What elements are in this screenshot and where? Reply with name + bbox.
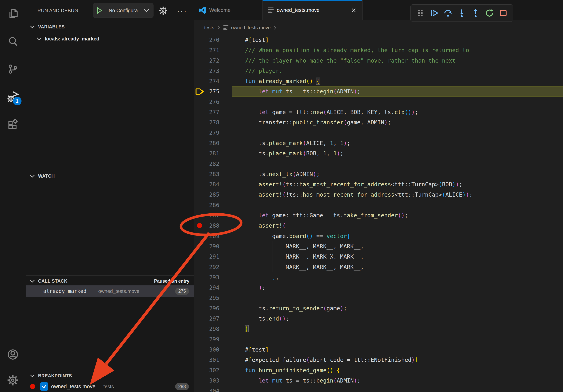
gutter-decoration[interactable] bbox=[194, 107, 205, 117]
code-line[interactable]: 286 bbox=[194, 200, 563, 210]
code-line-text[interactable]: MARK__, MARK__, MARK__, bbox=[232, 262, 563, 272]
code-line[interactable]: 290 MARK__, MARK__, MARK__, bbox=[194, 241, 563, 251]
code-line[interactable]: 302fun burn_unfinished_game() { bbox=[194, 365, 563, 375]
step-out-icon[interactable] bbox=[471, 8, 481, 18]
gutter[interactable]: 285 bbox=[194, 189, 232, 200]
code-line[interactable]: 291 MARK__, MARK_X, MARK__, bbox=[194, 251, 563, 262]
code-line-current[interactable]: 275 let mut ts = ts::begin(ADMIN); bbox=[194, 86, 563, 96]
gutter-current-frame-icon[interactable] bbox=[194, 86, 205, 96]
breakpoints-section-header[interactable]: BREAKPOINTS bbox=[26, 371, 194, 381]
call-stack-frame-row[interactable]: already_marked owned_tests.move 275 bbox=[26, 285, 194, 297]
gutter[interactable]: 296 bbox=[194, 303, 232, 314]
gutter-decoration[interactable] bbox=[194, 365, 205, 375]
account-icon[interactable] bbox=[0, 341, 26, 368]
code-line[interactable]: 288 assert!( bbox=[194, 221, 563, 231]
debug-settings-gear-icon[interactable] bbox=[157, 4, 169, 17]
gutter[interactable]: 271 bbox=[194, 45, 232, 55]
extensions-icon[interactable] bbox=[0, 111, 26, 138]
gutter-decoration[interactable] bbox=[194, 375, 205, 386]
code-line[interactable]: 281 ts.place_mark(BOB, 1, 1); bbox=[194, 148, 563, 158]
variables-scope-locals[interactable]: locals: already_marked bbox=[26, 33, 194, 44]
gutter[interactable]: 304 bbox=[194, 386, 232, 392]
settings-gear-icon[interactable] bbox=[0, 368, 26, 392]
call-stack-section-header[interactable]: CALL STACK Paused on entry bbox=[26, 276, 194, 286]
gutter[interactable]: 278 bbox=[194, 117, 232, 128]
code-line[interactable]: 270#[test] bbox=[194, 35, 563, 45]
code-line-text[interactable]: let mut ts = ts::begin(ADMIN); bbox=[232, 86, 563, 96]
gutter[interactable]: 279 bbox=[194, 128, 232, 138]
code-line-text[interactable]: MARK__, MARK_X, MARK__, bbox=[232, 251, 563, 262]
code-line-text[interactable]: ], bbox=[232, 272, 563, 282]
watch-section-header[interactable]: WATCH bbox=[26, 171, 194, 181]
code-line-text[interactable]: fun already_marked() { bbox=[232, 76, 563, 86]
run-and-debug-icon[interactable]: 1 bbox=[0, 83, 26, 111]
code-line-text[interactable]: let mut ts = ts::begin(ADMIN); bbox=[232, 375, 563, 386]
code-line-text[interactable] bbox=[232, 200, 563, 210]
gutter-decoration[interactable] bbox=[194, 334, 205, 344]
code-line[interactable]: 280 ts.place_mark(ALICE, 1, 1); bbox=[194, 138, 563, 148]
gutter-decoration[interactable] bbox=[194, 303, 205, 314]
code-line[interactable]: 289 game.board() == vector[ bbox=[194, 231, 563, 241]
code-line-text[interactable]: assert!( bbox=[232, 221, 563, 231]
code-line-text[interactable]: #[test] bbox=[232, 35, 563, 45]
code-line-text[interactable]: #[test] bbox=[232, 344, 563, 355]
code-line[interactable]: 297 ts.end(); bbox=[194, 314, 563, 324]
code-line[interactable]: 276 bbox=[194, 97, 563, 107]
gutter-decoration[interactable] bbox=[194, 138, 205, 148]
more-actions-icon[interactable]: ··· bbox=[174, 4, 190, 17]
code-line-text[interactable]: let game: ttt::Game = ts.take_from_sende… bbox=[232, 210, 563, 221]
code-line[interactable]: 299 bbox=[194, 334, 563, 344]
code-line[interactable]: 301#[expected_failure(abort_code = ttt::… bbox=[194, 355, 563, 365]
code-line-text[interactable]: ts.place_mark(ALICE, 1, 1); bbox=[232, 138, 563, 148]
gutter-decoration[interactable] bbox=[194, 210, 205, 221]
gutter-decoration[interactable] bbox=[194, 97, 205, 107]
gutter[interactable]: 277 bbox=[194, 107, 232, 117]
gutter[interactable]: 300 bbox=[194, 344, 232, 355]
code-line[interactable]: 271/// When a position is already marked… bbox=[194, 45, 563, 55]
breakpoint-checkbox[interactable] bbox=[40, 382, 48, 391]
gutter-decoration[interactable] bbox=[194, 314, 205, 324]
code-line[interactable]: 283 ts.next_tx(ADMIN); bbox=[194, 169, 563, 179]
code-line[interactable]: 294 ); bbox=[194, 282, 563, 293]
gutter-decoration[interactable] bbox=[194, 55, 205, 66]
gutter[interactable]: 299 bbox=[194, 334, 232, 344]
gutter[interactable]: 302 bbox=[194, 365, 232, 375]
gutter-decoration[interactable] bbox=[194, 179, 205, 189]
breadcrumb-item[interactable]: tests bbox=[204, 25, 214, 30]
code-line-text[interactable]: fun burn_unfinished_game() { bbox=[232, 365, 563, 375]
code-line-text[interactable] bbox=[232, 386, 563, 392]
gutter-decoration[interactable] bbox=[194, 282, 205, 293]
code-line[interactable]: 279 bbox=[194, 128, 563, 138]
code-line-text[interactable]: ); bbox=[232, 282, 563, 293]
code-line-text[interactable]: MARK__, MARK__, MARK__, bbox=[232, 241, 563, 251]
code-line-text[interactable]: #[expected_failure(abort_code = ttt::ENo… bbox=[232, 355, 563, 365]
gutter[interactable]: 272 bbox=[194, 55, 232, 66]
gutter[interactable]: 286 bbox=[194, 200, 232, 210]
gutter-decoration[interactable] bbox=[194, 251, 205, 262]
search-icon[interactable] bbox=[0, 28, 26, 55]
code-line[interactable]: 298} bbox=[194, 324, 563, 334]
code-line-text[interactable]: ts.next_tx(ADMIN); bbox=[232, 169, 563, 179]
gutter-decoration[interactable] bbox=[194, 117, 205, 128]
debug-config-dropdown[interactable]: No Configura bbox=[93, 3, 154, 18]
gutter-decoration[interactable] bbox=[194, 189, 205, 200]
code-line-text[interactable]: game.board() == vector[ bbox=[232, 231, 563, 241]
gutter[interactable]: 301 bbox=[194, 355, 232, 365]
code-line[interactable]: 293 ], bbox=[194, 272, 563, 282]
explorer-icon[interactable] bbox=[0, 0, 26, 28]
gutter-decoration[interactable] bbox=[194, 231, 205, 241]
code-line[interactable]: 304 bbox=[194, 386, 563, 392]
stop-icon[interactable] bbox=[498, 8, 508, 18]
breakpoint-list-item[interactable]: owned_tests.move tests 288 bbox=[26, 381, 194, 392]
code-line-text[interactable]: transfer::public_transfer(game, ADMIN); bbox=[232, 117, 563, 128]
gutter[interactable]: 297 bbox=[194, 314, 232, 324]
continue-icon[interactable] bbox=[429, 8, 439, 18]
gutter-breakpoint-icon[interactable] bbox=[194, 221, 205, 231]
gutter-decoration[interactable] bbox=[194, 344, 205, 355]
start-debug-icon[interactable] bbox=[93, 3, 106, 18]
gutter[interactable]: 303 bbox=[194, 375, 232, 386]
gutter-decoration[interactable] bbox=[194, 386, 205, 392]
step-over-icon[interactable] bbox=[443, 8, 453, 18]
gutter[interactable]: 292 bbox=[194, 262, 232, 272]
code-line[interactable]: 277 let game = ttt::new(ALICE, BOB, KEY,… bbox=[194, 107, 563, 117]
